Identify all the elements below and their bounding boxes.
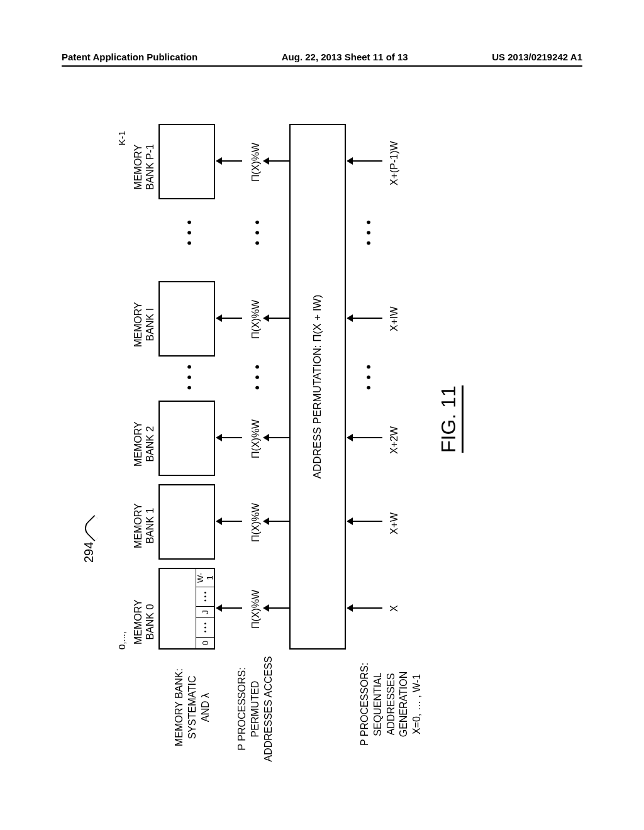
header-left: Patent Application Publication: [62, 52, 197, 62]
seq-in-p1: X+(P-1)W: [389, 141, 400, 185]
bank0-cell-dots2: • • •: [196, 587, 214, 606]
banks-ellipsis-2: • • •: [182, 219, 197, 245]
arrow-seq-to-box-0: [348, 607, 382, 609]
bank0-cell-j: J: [196, 606, 214, 617]
address-permutation-box: ADDRESS PERMUTATION: Π(X + IW): [289, 124, 346, 650]
arrow-seq-to-box-1: [348, 521, 382, 522]
arrow-seq-to-box-2: [348, 437, 382, 438]
left-label-perm: P PROCESSORS: PERMUTED ADDRESSES ACCESS: [236, 651, 275, 767]
figure-label: FIG. 11: [437, 385, 464, 453]
callout-number: 294: [82, 542, 96, 563]
perm-out-0: Π(X)%W: [250, 590, 262, 629]
callout-curve: [81, 515, 108, 541]
arrow-perm-to-bank-1: [217, 521, 242, 522]
bank-label-p1: MEMORYBANK P-1: [132, 144, 156, 190]
arrow-box-to-perm-i: [264, 318, 289, 319]
header-right: US 2013/0219242 A1: [492, 52, 582, 62]
arrow-box-to-perm-0: [264, 607, 289, 609]
memory-bank-0: 0 • • • J • • • W-1: [158, 568, 215, 650]
seq-ellipsis-1: • • •: [362, 363, 376, 390]
arrow-seq-to-box-p1: [348, 160, 382, 162]
arrow-perm-to-bank-0: [217, 607, 242, 609]
arrow-perm-to-bank-i: [217, 318, 242, 319]
arrow-perm-to-bank-2: [217, 437, 242, 438]
seq-in-i: X+IW: [389, 306, 400, 331]
banks-ellipsis-1: • • •: [182, 363, 197, 390]
memory-bank-1: [158, 484, 215, 560]
bank0-cell-w1: W-1: [196, 569, 214, 587]
range-start-label: 0,...,: [116, 631, 127, 650]
seq-in-2: X+2W: [389, 426, 400, 454]
arrow-box-to-perm-2: [264, 437, 289, 438]
left-label-membank: MEMORY BANK: SYSTEMATIC AND λ: [173, 654, 212, 761]
bank0-cell-0: 0: [196, 637, 214, 648]
perm-out-p1: Π(X)%W: [250, 143, 262, 182]
perm-ellipsis-1: • • •: [250, 363, 265, 390]
memory-bank-p1: [158, 124, 215, 199]
arrow-box-to-perm-p1: [264, 160, 289, 162]
bank-label-0: MEMORYBANK 0: [132, 599, 156, 645]
bank-label-1: MEMORYBANK 1: [132, 503, 156, 548]
seq-in-0: X: [389, 605, 400, 612]
seq-in-1: X+W: [389, 512, 400, 534]
bank0-cell-dots1: • • •: [196, 617, 214, 637]
seq-ellipsis-2: • • •: [362, 219, 376, 245]
arrow-box-to-perm-1: [264, 521, 289, 522]
header-divider: [62, 65, 582, 67]
bank-label-i: MEMORYBANK I: [132, 302, 156, 347]
left-label-seq: P PROCESSORS: SEQUENTIAL ADDRESSES GENER…: [358, 654, 424, 755]
perm-out-1: Π(X)%W: [250, 503, 262, 542]
diagram: 294 0,..., K-1 MEMORYBANK 0 MEMORYBANK 1…: [0, 189, 644, 679]
bank-label-2: MEMORYBANK 2: [132, 421, 156, 467]
header-center: Aug. 22, 2013 Sheet 11 of 13: [282, 52, 408, 62]
memory-bank-i: [158, 281, 215, 357]
perm-out-i: Π(X)%W: [250, 300, 262, 339]
memory-bank-2: [158, 401, 215, 476]
arrow-seq-to-box-i: [348, 318, 382, 319]
arrow-perm-to-bank-p1: [217, 160, 242, 162]
range-end-label: K-1: [116, 131, 127, 145]
perm-out-2: Π(X)%W: [250, 419, 262, 458]
perm-ellipsis-2: • • •: [250, 219, 265, 245]
